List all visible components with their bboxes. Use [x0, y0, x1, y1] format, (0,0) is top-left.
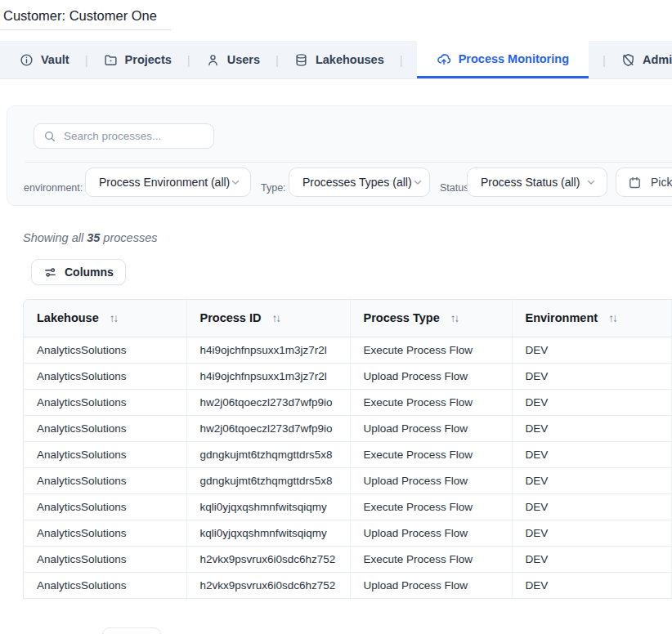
- cell-process-id: h2vkx9psvrux6i0sdc6hz752: [186, 546, 350, 572]
- cell-process-id: gdngkujmt6tzhqmgttdrs5x8: [186, 467, 350, 493]
- tab-label: Process Monitoring: [459, 52, 569, 65]
- cell-process-id: h4i9ojchfnpsuxx1m3jz7r2l: [186, 337, 350, 363]
- cell-process-id: hw2j06tqoeczl273d7wfp9io: [186, 389, 350, 415]
- cell-lakehouse: AnalyticsSolutions: [24, 441, 186, 467]
- status-filter-value: Process Status (all): [481, 176, 580, 189]
- column-header-process-type[interactable]: Process Type↑↓: [350, 300, 512, 337]
- cell-environment: DEV: [512, 572, 672, 598]
- cell-lakehouse: AnalyticsSolutions: [24, 415, 186, 441]
- tab-separator: |: [400, 53, 403, 67]
- page-title: Customer: Customer One: [0, 8, 171, 30]
- cell-lakehouse: AnalyticsSolutions: [24, 520, 186, 546]
- sort-icon[interactable]: ↑↓: [271, 312, 280, 324]
- cell-environment: DEV: [512, 389, 672, 415]
- type-filter-value: Processes Types (all): [302, 176, 412, 189]
- cell-process-id: kqli0yjqxqshmnfwitsqiqmy: [186, 493, 350, 520]
- search-input[interactable]: [64, 130, 208, 142]
- tab-projects[interactable]: Projects: [102, 41, 173, 78]
- tab-label: Administration: [643, 53, 672, 66]
- cell-process-type: Execute Process Flow: [350, 441, 512, 467]
- table-row: AnalyticsSolutions kqli0yjqxqshmnfwitsqi…: [24, 493, 672, 520]
- cell-process-id: h2vkx9psvrux6i0sdc6hz752: [186, 572, 350, 598]
- cell-process-type: Execute Process Flow: [350, 493, 512, 520]
- tab-separator: |: [187, 53, 190, 67]
- table-header: Lakehouse↑↓ Process ID↑↓ Process Type↑↓ …: [24, 300, 672, 337]
- info-icon: [20, 53, 34, 67]
- cell-process-id: kqli0yjqxqshmnfwitsqiqmy: [186, 520, 350, 546]
- cell-process-id: gdngkujmt6tzhqmgttdrs5x8: [186, 441, 350, 467]
- tab-separator: |: [276, 53, 279, 67]
- tab-users[interactable]: Users: [204, 41, 262, 78]
- results-count: 35: [87, 231, 100, 244]
- filter-divider: [25, 162, 672, 163]
- tab-administration[interactable]: Administration: [620, 41, 672, 78]
- cell-environment: DEV: [512, 415, 672, 441]
- shield-off-icon: [621, 53, 635, 67]
- cell-process-type: Execute Process Flow: [350, 337, 512, 363]
- table-row: AnalyticsSolutions hw2j06tqoeczl273d7wfp…: [24, 415, 672, 441]
- table-row: AnalyticsSolutions h2vkx9psvrux6i0sdc6hz…: [24, 572, 672, 598]
- cell-process-type: Execute Process Flow: [350, 389, 512, 415]
- column-header-environment[interactable]: Environment↑↓: [512, 300, 672, 337]
- search-box[interactable]: [34, 123, 214, 149]
- cell-process-type: Upload Process Flow: [350, 415, 512, 441]
- cell-process-type: Upload Process Flow: [350, 520, 512, 546]
- cell-environment: DEV: [512, 467, 672, 493]
- chevron-down-icon: [412, 176, 423, 188]
- chevron-down-icon: [230, 176, 241, 188]
- table-row: AnalyticsSolutions hw2j06tqoeczl273d7wfp…: [24, 389, 672, 415]
- cell-process-id: hw2j06tqoeczl273d7wfp9io: [186, 415, 350, 441]
- table-row: AnalyticsSolutions gdngkujmt6tzhqmgttdrs…: [24, 441, 672, 467]
- cell-lakehouse: AnalyticsSolutions: [24, 337, 186, 363]
- tab-bar: Vault | Projects | Users | Lakehouses | …: [0, 41, 672, 79]
- cell-lakehouse: AnalyticsSolutions: [24, 546, 186, 572]
- environment-filter-value: Process Environment (all): [99, 176, 230, 189]
- cell-process-type: Upload Process Flow: [350, 467, 512, 493]
- cell-environment: DEV: [512, 520, 672, 546]
- processes-table: Lakehouse↑↓ Process ID↑↓ Process Type↑↓ …: [23, 299, 672, 599]
- cloud-upload-icon: [437, 51, 451, 66]
- columns-button[interactable]: Columns: [31, 259, 126, 285]
- table-body: AnalyticsSolutions h4i9ojchfnpsuxx1m3jz7…: [24, 337, 672, 598]
- cell-lakehouse: AnalyticsSolutions: [24, 389, 186, 415]
- environment-filter-select[interactable]: Process Environment (all): [85, 167, 251, 197]
- cell-process-type: Upload Process Flow: [350, 572, 512, 598]
- cell-process-type: Upload Process Flow: [350, 363, 512, 389]
- chevron-down-icon: [585, 176, 597, 188]
- cell-environment: DEV: [512, 493, 672, 520]
- cell-environment: DEV: [512, 337, 672, 363]
- tab-vault[interactable]: Vault: [18, 41, 71, 78]
- tab-lakehouses[interactable]: Lakehouses: [293, 41, 386, 78]
- tab-label: Users: [227, 53, 260, 66]
- sort-icon[interactable]: ↑↓: [608, 312, 616, 324]
- columns-button-label: Columns: [65, 266, 114, 279]
- type-filter-label: Type:: [261, 182, 286, 194]
- tab-separator: |: [603, 53, 606, 67]
- table-row: AnalyticsSolutions h4i9ojchfnpsuxx1m3jz7…: [24, 363, 672, 389]
- environment-filter-label: environment:: [24, 182, 83, 194]
- user-icon: [206, 53, 220, 67]
- cell-lakehouse: AnalyticsSolutions: [24, 493, 186, 520]
- tab-label: Vault: [41, 53, 69, 66]
- calendar-icon: [628, 176, 642, 190]
- status-filter-select[interactable]: Process Status (all): [467, 167, 607, 197]
- date-range-picker-label: Pick a: [651, 176, 672, 189]
- cell-environment: DEV: [512, 546, 672, 572]
- pagination-button[interactable]: [102, 627, 161, 634]
- sliders-icon: [43, 266, 57, 279]
- tab-label: Lakehouses: [316, 53, 384, 66]
- column-header-lakehouse[interactable]: Lakehouse↑↓: [24, 300, 186, 337]
- sort-icon[interactable]: ↑↓: [450, 312, 459, 324]
- table-row: AnalyticsSolutions kqli0yjqxqshmnfwitsqi…: [24, 520, 672, 546]
- type-filter-select[interactable]: Processes Types (all): [289, 167, 430, 197]
- cell-environment: DEV: [512, 363, 672, 389]
- cell-lakehouse: AnalyticsSolutions: [24, 467, 186, 493]
- cell-process-id: h4i9ojchfnpsuxx1m3jz7r2l: [186, 363, 350, 389]
- date-range-picker-button[interactable]: Pick a: [616, 167, 672, 197]
- search-icon: [43, 130, 56, 143]
- table-row: AnalyticsSolutions h4i9ojchfnpsuxx1m3jz7…: [24, 337, 672, 363]
- table-row: AnalyticsSolutions gdngkujmt6tzhqmgttdrs…: [24, 467, 672, 493]
- sort-icon[interactable]: ↑↓: [110, 312, 118, 324]
- column-header-process-id[interactable]: Process ID↑↓: [186, 300, 350, 337]
- tab-process-monitoring[interactable]: Process Monitoring: [417, 41, 589, 78]
